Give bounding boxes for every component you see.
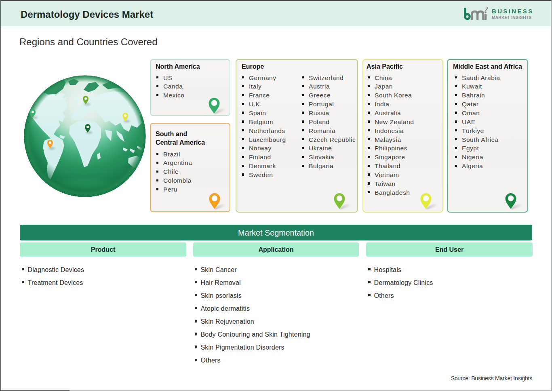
svg-text:BUSINESS: BUSINESS [492, 8, 532, 15]
svg-text:MARKET INSIGHTS: MARKET INSIGHTS [492, 15, 531, 20]
